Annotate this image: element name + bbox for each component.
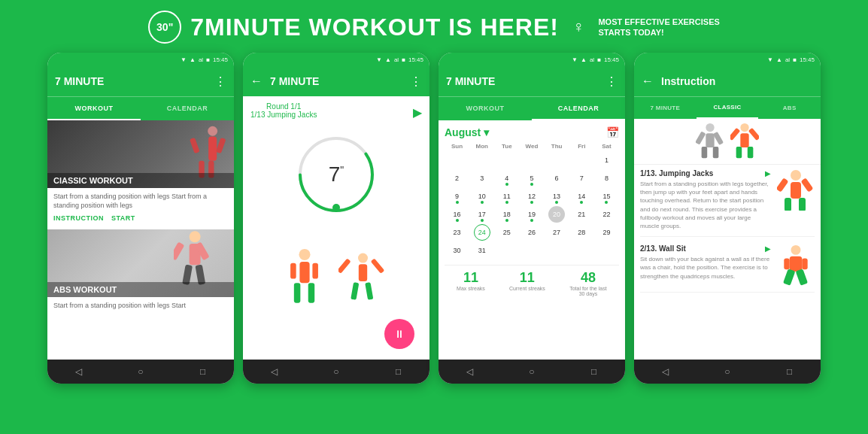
ribbon-icon: ♀	[572, 17, 585, 37]
svg-point-0	[208, 126, 217, 136]
phone1-menu-icon[interactable]: ⋮	[214, 74, 226, 89]
exercise-item-1: 1/13. Jumping Jacks ▶ Start from a stand…	[640, 169, 815, 237]
square-nav-btn-2[interactable]: □	[387, 363, 410, 381]
svg-rect-50	[802, 259, 807, 270]
svg-point-45	[791, 245, 801, 255]
exercise-2-thumb-icon	[777, 244, 815, 286]
exercise-item-2: 2/13. Wall Sit ▶ Sit down with your back…	[640, 244, 815, 293]
svg-rect-24	[365, 282, 373, 300]
exercise-2-video-icon[interactable]: ▶	[765, 244, 771, 253]
exercise-2-title: 2/13. Wall Sit	[640, 244, 686, 253]
abs-workout-overlay: ABS WORKOUT	[47, 282, 234, 297]
phone2-bottom-nav: ◁ ○ □	[243, 360, 429, 384]
phone-2: ▼ ▲ al ■ 15:45 ← 7 MINUTE ⋮ Round 1/1 1/…	[243, 53, 429, 384]
svg-point-6	[190, 232, 201, 243]
tab-calendar[interactable]: CALENDAR	[141, 97, 234, 120]
phone2-status-bar: ▼ ▲ al ■ 15:45	[243, 53, 429, 66]
svg-rect-38	[748, 128, 759, 141]
instruction-button[interactable]: INSTRUCTION	[53, 214, 104, 222]
phone3-menu-icon[interactable]: ⋮	[605, 74, 618, 89]
timer-number: 30"	[156, 22, 173, 32]
phone3-content: August ▾ 📅 Sun Mon Tue Wed Thu Fri Sat	[439, 120, 625, 360]
cal-row-1: 1	[445, 152, 619, 168]
calendar-icon[interactable]: 📅	[606, 126, 619, 138]
square-nav-btn[interactable]: □	[192, 363, 214, 381]
back-nav-btn-2[interactable]: ◁	[263, 363, 285, 381]
phone2-app-bar: ← 7 MINUTE ⋮	[243, 66, 429, 96]
phone2-menu-icon[interactable]: ⋮	[410, 74, 422, 89]
phone1-time: 15:45	[213, 56, 228, 63]
abs-workout-desc: Start from a standing position with legs…	[47, 297, 234, 314]
exercise-1-title: 1/13. Jumping Jacks	[640, 169, 713, 178]
phone4-tab-bar: 7 MINUTE CLASSIC ABS	[634, 96, 821, 119]
cal-row-6: 30 31	[445, 242, 619, 259]
classic-workout-label: CIASSIC WORKOUT	[53, 176, 228, 185]
svg-point-14	[332, 204, 340, 211]
svg-rect-48	[796, 269, 808, 286]
home-nav-btn[interactable]: ○	[129, 363, 152, 381]
svg-point-21	[358, 253, 368, 263]
tab-calendar-3[interactable]: CALENDAR	[532, 97, 625, 120]
header-subtitle: MOST EFFECTIVE EXERCISES STARTS TODAY!	[598, 17, 719, 38]
phone4-time: 15:45	[800, 56, 815, 63]
tab-workout-3[interactable]: WORKOUT	[439, 97, 532, 120]
thumb-1-icon	[696, 122, 724, 161]
phone3-status-bar: ▼ ▲ al ■ 15:45	[439, 53, 625, 66]
svg-rect-20	[312, 263, 318, 279]
exercise-2-desc: Sit down with your back against a wall a…	[640, 255, 771, 281]
svg-rect-34	[740, 133, 748, 147]
home-nav-btn-2[interactable]: ○	[325, 363, 348, 381]
classic-workout-overlay: CIASSIC WORKOUT	[47, 173, 234, 188]
phones-container: ▼ ▲ al ■ 15:45 7 MINUTE ⋮ WORKOUT CALEND…	[0, 53, 868, 384]
tab-7minute[interactable]: 7 MINUTE	[634, 97, 697, 119]
tab-classic[interactable]: CLASSIC	[697, 97, 759, 119]
header-title: 7MINUTE WORKOUT IS HERE!	[190, 14, 559, 41]
video-icon[interactable]: ▶	[413, 105, 422, 120]
svg-rect-5	[216, 138, 226, 153]
abs-workout-card: ABS WORKOUT Start from a standing positi…	[47, 229, 234, 314]
svg-point-27	[706, 123, 714, 132]
tab-workout[interactable]: WORKOUT	[47, 97, 141, 120]
phone3-tab-bar: WORKOUT CALENDAR	[439, 96, 625, 120]
square-nav-btn-4[interactable]: □	[778, 363, 801, 381]
phone3-app-bar: 7 MINUTE ⋮	[439, 66, 625, 96]
svg-rect-37	[730, 128, 740, 141]
start-button[interactable]: START	[111, 214, 135, 222]
pause-button[interactable]: ⏸	[384, 319, 414, 349]
svg-rect-36	[748, 147, 754, 158]
back-nav-btn[interactable]: ◁	[67, 363, 90, 381]
svg-rect-1	[208, 137, 217, 161]
back-arrow-icon[interactable]: ←	[250, 74, 263, 88]
back-nav-btn-3[interactable]: ◁	[458, 363, 481, 381]
classic-workout-card: CIASSIC WORKOUT Start from a standing po…	[47, 120, 234, 228]
svg-rect-40	[791, 182, 801, 199]
svg-rect-35	[736, 147, 742, 158]
phone-3: ▼ ▲ al ■ 15:45 7 MINUTE ⋮ WORKOUT CALEND…	[439, 53, 625, 384]
phone2-content: Round 1/1 1/13 Jumping Jacks ▶ 7"	[243, 96, 429, 360]
calendar-days-header: Sun Mon Tue Wed Thu Fri Sat	[445, 143, 619, 150]
abs-workout-image: ABS WORKOUT	[47, 229, 234, 297]
exercise-2-thumb	[777, 244, 815, 286]
phone1-app-bar: 7 MINUTE ⋮	[47, 66, 234, 96]
cal-row-4: 16 17 18 19 20 21 22	[445, 206, 619, 223]
dropdown-arrow-icon[interactable]: ▾	[484, 126, 489, 138]
svg-rect-26	[370, 258, 384, 273]
abs-workout-label: ABS WORKOUT	[53, 285, 228, 294]
exercise-1-video-icon[interactable]: ▶	[765, 169, 771, 178]
home-nav-btn-4[interactable]: ○	[716, 363, 739, 381]
phone4-bottom-nav: ◁ ○ □	[634, 360, 821, 384]
phone1-title: 7 MINUTE	[55, 75, 214, 87]
back-arrow-icon-4[interactable]: ←	[642, 74, 654, 88]
phone2-title: 7 MINUTE	[270, 75, 410, 87]
square-nav-btn-3[interactable]: □	[583, 363, 605, 381]
svg-rect-16	[299, 262, 309, 283]
phone4-app-bar: ← Instruction	[634, 66, 821, 96]
round-info: Round 1/1 1/13 Jumping Jacks	[250, 102, 317, 119]
phone1-status-bar: ▼ ▲ al ■ 15:45	[47, 53, 234, 66]
home-nav-btn-3[interactable]: ○	[520, 363, 543, 381]
tab-abs[interactable]: ABS	[758, 97, 821, 119]
back-nav-btn-4[interactable]: ◁	[654, 363, 676, 381]
svg-point-33	[740, 123, 748, 132]
svg-rect-31	[696, 131, 706, 144]
header-banner: 30" 7MINUTE WORKOUT IS HERE! ♀ MOST EFFE…	[0, 0, 868, 51]
